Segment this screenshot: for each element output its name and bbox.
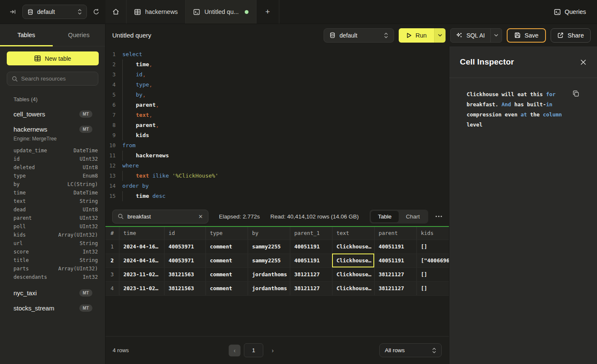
table-cell[interactable]: Clickhouse… bbox=[332, 240, 374, 253]
table-cell[interactable]: 2023-11-02… bbox=[119, 267, 164, 281]
run-button[interactable]: Run bbox=[399, 28, 435, 43]
sql-token: time bbox=[136, 59, 149, 70]
database-selector-value: default bbox=[37, 8, 55, 15]
run-options-caret[interactable] bbox=[434, 28, 446, 43]
share-button[interactable]: Share bbox=[551, 28, 591, 43]
table-cell[interactable]: 2024-04-16… bbox=[119, 253, 164, 267]
table-cell[interactable]: comment bbox=[205, 253, 248, 267]
table-cell[interactable]: Clickhouse… bbox=[332, 253, 374, 267]
sidebar-table-stocks-stream[interactable]: stocks_stream MT bbox=[0, 305, 105, 312]
table-cell[interactable]: 38121563 bbox=[164, 281, 205, 295]
close-icon[interactable] bbox=[580, 59, 586, 65]
query-database-selector[interactable]: default bbox=[324, 28, 394, 43]
page-size-selector[interactable]: All rows bbox=[379, 343, 442, 357]
search-resources-input[interactable] bbox=[21, 75, 93, 82]
view-tab-table[interactable]: Table bbox=[371, 211, 399, 222]
sidebar-tab-queries[interactable]: Queries bbox=[53, 24, 105, 46]
table-cell[interactable]: 40051191 bbox=[374, 253, 416, 267]
column-header-parent_1[interactable]: parent_1 bbox=[290, 227, 332, 240]
table-cell[interactable]: [] bbox=[416, 240, 449, 253]
column-header-row-number[interactable]: # bbox=[105, 227, 119, 240]
tab-hackernews[interactable]: hackernews bbox=[127, 0, 186, 24]
results-search-input[interactable] bbox=[127, 213, 194, 220]
collapse-sidebar-icon[interactable] bbox=[9, 8, 16, 15]
row-number-cell[interactable]: 4 bbox=[105, 281, 119, 295]
sql-ai-options-caret[interactable] bbox=[490, 29, 502, 42]
copy-icon[interactable] bbox=[573, 90, 579, 97]
page-size-value: All rows bbox=[385, 347, 405, 353]
table-cell[interactable]: Clickhouse… bbox=[332, 281, 374, 295]
save-button[interactable]: Save bbox=[507, 28, 546, 43]
table-cell[interactable]: comment bbox=[205, 267, 248, 281]
sidebar-tab-tables[interactable]: Tables bbox=[0, 24, 53, 46]
page-number-input[interactable] bbox=[244, 347, 263, 353]
row-number-cell[interactable]: 3 bbox=[105, 267, 119, 281]
table-cell[interactable]: 38121127 bbox=[374, 281, 416, 295]
queries-button[interactable]: Queries bbox=[554, 8, 586, 15]
table-cell[interactable]: jordanthoms bbox=[248, 267, 290, 281]
schema-column-type: String bbox=[80, 257, 98, 263]
column-header-by[interactable]: by bbox=[248, 227, 290, 240]
more-options-icon[interactable] bbox=[435, 216, 442, 217]
next-page-button[interactable]: › bbox=[272, 347, 274, 354]
schema-column-name: time bbox=[14, 190, 26, 196]
sql-token: text bbox=[136, 110, 149, 120]
column-header-text[interactable]: text bbox=[332, 227, 374, 240]
sidebar: Tables Queries New table Tables (4) cell… bbox=[0, 24, 105, 364]
table-cell[interactable]: 38121127 bbox=[290, 281, 332, 295]
column-header-id[interactable]: id bbox=[164, 227, 205, 240]
cell-inspector-body: Clickhouse will eat this forbreakfast. A… bbox=[449, 78, 597, 130]
column-header-type[interactable]: type bbox=[205, 227, 248, 240]
schema-list: update_timeDateTimeidUInt32deletedUInt8t… bbox=[0, 146, 105, 281]
search-icon bbox=[118, 213, 124, 219]
row-number-cell[interactable]: 1 bbox=[105, 240, 119, 253]
table-cell[interactable]: 38121127 bbox=[374, 267, 416, 281]
table-cell[interactable]: 38121563 bbox=[164, 267, 205, 281]
clear-search-icon[interactable]: ✕ bbox=[198, 213, 203, 220]
queries-button-label: Queries bbox=[565, 8, 586, 15]
table-cell[interactable]: 40053971 bbox=[164, 253, 205, 267]
table-cell[interactable]: 40051191 bbox=[374, 240, 416, 253]
tab-home[interactable] bbox=[105, 0, 127, 24]
table-cell[interactable]: [] bbox=[416, 267, 449, 281]
sql-ai-button[interactable]: SQL AI bbox=[451, 29, 490, 42]
table-cell[interactable]: 2023-11-02… bbox=[119, 281, 164, 295]
sidebar-table-nyc-taxi[interactable]: nyc_taxi MT bbox=[0, 289, 105, 297]
new-tab-button[interactable]: + bbox=[257, 0, 279, 24]
table-cell[interactable]: sammy2255 bbox=[248, 240, 290, 253]
sidebar-table-hackernews[interactable]: hackernews MT bbox=[0, 126, 105, 133]
view-tab-chart[interactable]: Chart bbox=[399, 211, 427, 222]
table-cell[interactable]: sammy2255 bbox=[248, 253, 290, 267]
table-cell[interactable]: 38121127 bbox=[290, 267, 332, 281]
sidebar-table-cell-towers[interactable]: cell_towers MT bbox=[0, 111, 105, 118]
new-table-button[interactable]: New table bbox=[7, 51, 99, 65]
schema-column-name: poll bbox=[14, 224, 26, 229]
column-header-kids[interactable]: kids bbox=[416, 227, 449, 240]
table-cell[interactable]: Clickhouse… bbox=[332, 267, 374, 281]
schema-column-row: deletedUInt8 bbox=[0, 163, 105, 172]
table-cell[interactable]: 40053971 bbox=[164, 240, 205, 253]
tab-untitled-query[interactable]: Untitled qu... bbox=[186, 0, 256, 24]
table-cell[interactable]: comment bbox=[205, 240, 248, 253]
table-cell[interactable]: comment bbox=[205, 281, 248, 295]
column-header-parent[interactable]: parent bbox=[374, 227, 416, 240]
prev-page-button[interactable]: ‹ bbox=[229, 345, 240, 356]
schema-column-name: descendants bbox=[14, 274, 47, 280]
table-cell[interactable]: ["40066964… bbox=[416, 253, 449, 267]
column-header-time[interactable]: time bbox=[119, 227, 164, 240]
table-cell[interactable]: [] bbox=[416, 281, 449, 295]
editor-line: 10from bbox=[105, 140, 449, 151]
schema-column-name: id bbox=[14, 156, 19, 162]
refresh-icon[interactable] bbox=[93, 8, 100, 15]
row-number-cell[interactable]: 2 bbox=[105, 253, 119, 267]
table-cell[interactable]: 40051191 bbox=[290, 253, 332, 267]
editor-line: 14order by bbox=[105, 181, 449, 191]
sql-token: , bbox=[156, 100, 159, 110]
query-controls: default Run bbox=[324, 28, 591, 43]
table-cell[interactable]: jordanthoms bbox=[248, 281, 290, 295]
table-cell[interactable]: 2024-04-16… bbox=[119, 240, 164, 253]
table-cell[interactable]: 40051191 bbox=[290, 240, 332, 253]
sql-editor[interactable]: 1select2time,3id,4type,5by,6parent,7text… bbox=[105, 46, 449, 207]
database-selector[interactable]: default bbox=[22, 5, 87, 19]
schema-column-name: text bbox=[14, 198, 26, 204]
